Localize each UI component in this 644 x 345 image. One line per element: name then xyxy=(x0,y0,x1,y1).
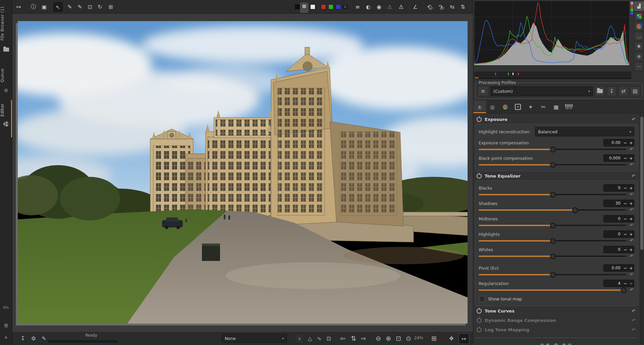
power-icon[interactable] xyxy=(477,117,482,122)
reset-icon[interactable]: ↶ xyxy=(629,287,634,292)
increment-button[interactable]: + xyxy=(628,281,634,286)
zoom-fit-button[interactable]: ⊡ xyxy=(394,334,403,343)
slider-thumb[interactable] xyxy=(550,147,556,152)
perspective-tool-button[interactable]: ⊞ xyxy=(106,2,115,11)
sidebar-item-queue[interactable]: Queue xyxy=(0,66,12,84)
tab-local-adjustments[interactable]: + xyxy=(512,100,524,113)
decrement-button[interactable]: − xyxy=(623,247,628,252)
slider-value[interactable]: 0.00 xyxy=(604,140,623,145)
add-to-queue-button[interactable]: ⚙ xyxy=(29,334,38,343)
decrement-button[interactable]: − xyxy=(623,216,628,221)
out-of-gamut-button[interactable]: ∿ xyxy=(315,334,324,343)
slider[interactable] xyxy=(479,272,626,277)
slider[interactable] xyxy=(479,192,626,197)
reset-icon[interactable]: ↶ xyxy=(631,308,636,314)
crop-guide-button[interactable]: ∠ xyxy=(411,2,420,11)
tab-detail[interactable]: ◎ xyxy=(486,100,499,113)
decrement-button[interactable]: − xyxy=(623,266,628,271)
mixer-icon[interactable]: ≣ xyxy=(0,322,12,329)
vectorscope-hc-button[interactable]: ❋ xyxy=(634,42,644,51)
save-image-button[interactable]: ↧ xyxy=(18,334,27,343)
increment-button[interactable]: + xyxy=(628,247,634,252)
edit-external-button[interactable]: ✎ xyxy=(40,334,48,343)
decrement-button[interactable]: − xyxy=(623,232,628,237)
increment-button[interactable]: + xyxy=(628,156,634,161)
slider-thumb[interactable] xyxy=(621,287,627,293)
bg-black-button[interactable] xyxy=(295,4,300,9)
slider[interactable] xyxy=(479,287,626,293)
power-icon[interactable] xyxy=(477,308,482,314)
slider-value[interactable]: 0 xyxy=(604,216,623,221)
reset-icon[interactable]: ↶ xyxy=(631,174,636,179)
paste-profile-button[interactable]: ▤ xyxy=(630,86,640,96)
flip-horizontal-button[interactable]: ⇆ xyxy=(448,2,457,11)
slider-value[interactable]: 0.00 xyxy=(604,266,623,270)
waveform-button[interactable]: ◡ xyxy=(634,32,644,41)
reset-icon[interactable]: ↶ xyxy=(629,238,634,243)
luminance-channel-button[interactable]: L xyxy=(343,5,347,9)
copy-profile-button[interactable]: ⇄ xyxy=(619,86,628,96)
histogram-scrollbar[interactable] xyxy=(474,77,631,79)
tab-exposure[interactable]: ± xyxy=(473,100,486,113)
crosshair-scope-button[interactable]: ⊕ xyxy=(634,52,644,61)
before-after-button[interactable]: ▣ xyxy=(40,2,49,11)
crop-tool-button[interactable]: ⊡ xyxy=(86,2,94,11)
hand-tool-button[interactable]: ↖ xyxy=(53,2,63,12)
rgb-parade-button[interactable] xyxy=(634,12,644,21)
rotate-left-90-button[interactable]: ↶90° xyxy=(425,2,434,11)
increment-button[interactable]: + xyxy=(628,186,634,191)
dynamic-range-compression-header[interactable]: Dynamic Range Compression ↶ xyxy=(475,316,638,325)
monitor-profile-button[interactable]: ⊡ xyxy=(324,334,333,343)
log-tone-mapping-header[interactable]: Log Tone Mapping ↶ xyxy=(475,325,638,334)
increment-button[interactable]: + xyxy=(628,266,634,271)
histogram-mode-button[interactable]: ▟ xyxy=(634,2,644,11)
profile-select[interactable]: (Custom) ▾ xyxy=(490,86,593,96)
slider-value[interactable]: 30 xyxy=(604,201,623,206)
slider[interactable] xyxy=(479,207,626,213)
power-icon[interactable] xyxy=(477,327,482,332)
slider-thumb[interactable] xyxy=(550,238,556,244)
show-tonal-map-checkbox[interactable] xyxy=(479,296,485,302)
intent-select[interactable]: ▾ xyxy=(296,334,304,343)
tool-panel-scrollbar[interactable] xyxy=(640,114,644,344)
reset-icon[interactable]: ↶ xyxy=(629,207,634,212)
sharpen-mask-button[interactable]: ≡ xyxy=(353,2,362,11)
reset-icon[interactable]: ↶ xyxy=(631,318,636,323)
slider-thumb[interactable] xyxy=(572,207,578,213)
reset-icon[interactable]: ↶ xyxy=(629,162,634,167)
gamut-check-button[interactable]: ◉ xyxy=(375,2,383,11)
zoom-in-button[interactable]: ⊕ xyxy=(384,334,393,343)
flip-vertical-button[interactable]: ⇅ xyxy=(459,2,467,11)
tone-equalizer-header[interactable]: Tone Equalizer ↶ xyxy=(475,171,638,181)
slider-thumb[interactable] xyxy=(550,223,556,228)
tab-metadata[interactable]: META xyxy=(562,100,575,113)
highlight-reconstruction-select[interactable]: Balanced ▾ xyxy=(535,127,634,136)
slider[interactable] xyxy=(479,223,626,228)
tone-curves-header[interactable]: Tone Curves ↶ xyxy=(475,306,638,316)
increment-button[interactable]: + xyxy=(628,232,634,237)
increment-button[interactable]: + xyxy=(628,140,634,145)
soft-proof-preview-button[interactable]: ◐ xyxy=(364,2,373,11)
decrement-button[interactable]: − xyxy=(623,156,628,161)
power-icon[interactable] xyxy=(477,318,482,323)
white-balance-picker-button[interactable]: ✎ xyxy=(65,2,74,11)
decrement-button[interactable]: − xyxy=(623,201,628,206)
increment-button[interactable]: + xyxy=(628,201,634,206)
slider-thumb[interactable] xyxy=(550,272,556,278)
zoom-100-button[interactable]: ⊙ xyxy=(404,334,413,343)
reset-icon[interactable]: ↶ xyxy=(629,147,634,152)
vectorscope-hs-button[interactable] xyxy=(634,22,644,31)
slider-thumb[interactable] xyxy=(550,192,556,198)
tab-transform[interactable]: ✂ xyxy=(537,100,550,113)
decrement-button[interactable]: − xyxy=(623,186,628,191)
tab-color[interactable] xyxy=(499,100,512,113)
sidebar-item-editor[interactable]: Editor xyxy=(0,102,12,118)
reset-icon[interactable]: ↶ xyxy=(629,272,634,277)
rotate-right-90-button[interactable]: ↷90° xyxy=(436,2,445,11)
fullscreen-button[interactable]: ✥ xyxy=(447,334,456,343)
decrement-button[interactable]: − xyxy=(623,140,628,145)
slider-value[interactable]: 0.000 xyxy=(604,156,623,160)
zoom-out-button[interactable]: ⊖ xyxy=(374,334,383,343)
slider[interactable] xyxy=(479,162,626,167)
open-profile-button[interactable] xyxy=(595,86,605,96)
